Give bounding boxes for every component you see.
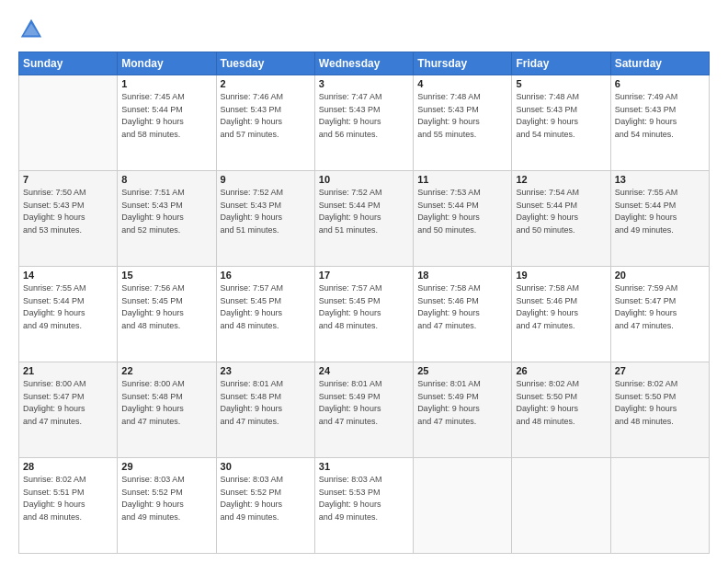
day-cell xyxy=(512,458,610,554)
day-info: Sunrise: 7:59 AMSunset: 5:47 PMDaylight:… xyxy=(615,282,705,332)
day-cell: 2Sunrise: 7:46 AMSunset: 5:43 PMDaylight… xyxy=(216,75,314,171)
day-info: Sunrise: 8:01 AMSunset: 5:49 PMDaylight:… xyxy=(417,378,507,428)
week-row-3: 14Sunrise: 7:55 AMSunset: 5:44 PMDayligh… xyxy=(19,267,710,362)
day-cell: 4Sunrise: 7:48 AMSunset: 5:43 PMDaylight… xyxy=(414,75,512,171)
day-cell: 3Sunrise: 7:47 AMSunset: 5:43 PMDaylight… xyxy=(314,75,413,171)
day-number: 21 xyxy=(23,365,113,376)
day-cell: 20Sunrise: 7:59 AMSunset: 5:47 PMDayligh… xyxy=(610,267,709,362)
day-info: Sunrise: 7:52 AMSunset: 5:43 PMDaylight:… xyxy=(221,187,311,236)
day-cell: 27Sunrise: 8:02 AMSunset: 5:50 PMDayligh… xyxy=(610,362,709,458)
day-info: Sunrise: 7:47 AMSunset: 5:43 PMDaylight:… xyxy=(319,91,409,141)
col-header-saturday: Saturday xyxy=(610,52,709,75)
day-info: Sunrise: 8:02 AMSunset: 5:51 PMDaylight:… xyxy=(23,474,113,523)
logo-icon xyxy=(18,17,44,42)
day-info: Sunrise: 8:02 AMSunset: 5:50 PMDaylight:… xyxy=(615,378,705,428)
day-cell: 28Sunrise: 8:02 AMSunset: 5:51 PMDayligh… xyxy=(19,458,118,554)
day-number: 15 xyxy=(121,270,211,281)
day-number: 4 xyxy=(417,78,507,89)
day-info: Sunrise: 7:51 AMSunset: 5:43 PMDaylight:… xyxy=(121,187,211,236)
day-info: Sunrise: 7:56 AMSunset: 5:45 PMDaylight:… xyxy=(121,282,211,332)
col-header-friday: Friday xyxy=(512,52,610,75)
day-info: Sunrise: 7:57 AMSunset: 5:45 PMDaylight:… xyxy=(221,282,311,332)
day-cell xyxy=(19,75,118,171)
day-cell: 12Sunrise: 7:54 AMSunset: 5:44 PMDayligh… xyxy=(512,171,610,267)
day-number: 12 xyxy=(516,174,606,185)
day-cell xyxy=(610,458,709,554)
day-number: 17 xyxy=(319,270,409,281)
day-info: Sunrise: 7:52 AMSunset: 5:44 PMDaylight:… xyxy=(319,187,409,236)
day-number: 1 xyxy=(121,78,211,89)
day-info: Sunrise: 7:55 AMSunset: 5:44 PMDaylight:… xyxy=(615,187,705,236)
day-info: Sunrise: 7:58 AMSunset: 5:46 PMDaylight:… xyxy=(516,282,606,332)
day-cell: 1Sunrise: 7:45 AMSunset: 5:44 PMDaylight… xyxy=(118,75,216,171)
day-cell: 11Sunrise: 7:53 AMSunset: 5:44 PMDayligh… xyxy=(414,171,512,267)
page: SundayMondayTuesdayWednesdayThursdayFrid… xyxy=(0,0,728,563)
day-number: 29 xyxy=(121,461,211,472)
day-number: 23 xyxy=(221,365,311,376)
col-header-thursday: Thursday xyxy=(414,52,512,75)
day-cell: 15Sunrise: 7:56 AMSunset: 5:45 PMDayligh… xyxy=(118,267,216,362)
calendar-table: SundayMondayTuesdayWednesdayThursdayFrid… xyxy=(18,52,710,554)
day-info: Sunrise: 7:45 AMSunset: 5:44 PMDaylight:… xyxy=(121,91,211,141)
day-info: Sunrise: 8:02 AMSunset: 5:50 PMDaylight:… xyxy=(516,378,606,428)
day-info: Sunrise: 7:53 AMSunset: 5:44 PMDaylight:… xyxy=(417,187,507,236)
logo xyxy=(18,17,48,42)
day-number: 14 xyxy=(23,270,113,281)
day-number: 28 xyxy=(23,461,113,472)
day-cell: 16Sunrise: 7:57 AMSunset: 5:45 PMDayligh… xyxy=(216,267,314,362)
col-header-monday: Monday xyxy=(118,52,216,75)
day-cell: 31Sunrise: 8:03 AMSunset: 5:53 PMDayligh… xyxy=(314,458,413,554)
day-number: 8 xyxy=(121,174,211,185)
day-info: Sunrise: 8:00 AMSunset: 5:48 PMDaylight:… xyxy=(121,378,211,428)
day-info: Sunrise: 7:48 AMSunset: 5:43 PMDaylight:… xyxy=(417,91,507,141)
day-info: Sunrise: 7:57 AMSunset: 5:45 PMDaylight:… xyxy=(319,282,409,332)
day-cell: 19Sunrise: 7:58 AMSunset: 5:46 PMDayligh… xyxy=(512,267,610,362)
day-cell: 14Sunrise: 7:55 AMSunset: 5:44 PMDayligh… xyxy=(19,267,118,362)
day-cell: 22Sunrise: 8:00 AMSunset: 5:48 PMDayligh… xyxy=(118,362,216,458)
day-number: 9 xyxy=(221,174,311,185)
day-cell: 6Sunrise: 7:49 AMSunset: 5:43 PMDaylight… xyxy=(610,75,709,171)
day-number: 30 xyxy=(221,461,311,472)
col-header-tuesday: Tuesday xyxy=(216,52,314,75)
header xyxy=(18,17,710,42)
day-cell: 13Sunrise: 7:55 AMSunset: 5:44 PMDayligh… xyxy=(610,171,709,267)
day-number: 10 xyxy=(319,174,409,185)
day-cell: 17Sunrise: 7:57 AMSunset: 5:45 PMDayligh… xyxy=(314,267,413,362)
day-info: Sunrise: 7:46 AMSunset: 5:43 PMDaylight:… xyxy=(221,91,311,141)
week-row-5: 28Sunrise: 8:02 AMSunset: 5:51 PMDayligh… xyxy=(19,458,710,554)
day-number: 3 xyxy=(319,78,409,89)
day-info: Sunrise: 7:54 AMSunset: 5:44 PMDaylight:… xyxy=(516,187,606,236)
day-number: 24 xyxy=(319,365,409,376)
day-cell: 29Sunrise: 8:03 AMSunset: 5:52 PMDayligh… xyxy=(118,458,216,554)
day-number: 26 xyxy=(516,365,606,376)
day-info: Sunrise: 7:50 AMSunset: 5:43 PMDaylight:… xyxy=(23,187,113,236)
day-info: Sunrise: 8:03 AMSunset: 5:52 PMDaylight:… xyxy=(221,474,311,523)
week-row-1: 1Sunrise: 7:45 AMSunset: 5:44 PMDaylight… xyxy=(19,75,710,171)
day-cell: 9Sunrise: 7:52 AMSunset: 5:43 PMDaylight… xyxy=(216,171,314,267)
day-number: 13 xyxy=(615,174,705,185)
day-cell xyxy=(414,458,512,554)
day-cell: 25Sunrise: 8:01 AMSunset: 5:49 PMDayligh… xyxy=(414,362,512,458)
day-number: 2 xyxy=(221,78,311,89)
day-cell: 18Sunrise: 7:58 AMSunset: 5:46 PMDayligh… xyxy=(414,267,512,362)
day-number: 19 xyxy=(516,270,606,281)
day-info: Sunrise: 8:01 AMSunset: 5:49 PMDaylight:… xyxy=(319,378,409,428)
day-number: 22 xyxy=(121,365,211,376)
day-cell: 23Sunrise: 8:01 AMSunset: 5:48 PMDayligh… xyxy=(216,362,314,458)
day-number: 16 xyxy=(221,270,311,281)
week-row-2: 7Sunrise: 7:50 AMSunset: 5:43 PMDaylight… xyxy=(19,171,710,267)
day-cell: 30Sunrise: 8:03 AMSunset: 5:52 PMDayligh… xyxy=(216,458,314,554)
day-info: Sunrise: 8:00 AMSunset: 5:47 PMDaylight:… xyxy=(23,378,113,428)
day-info: Sunrise: 7:49 AMSunset: 5:43 PMDaylight:… xyxy=(615,91,705,141)
day-info: Sunrise: 8:03 AMSunset: 5:52 PMDaylight:… xyxy=(121,474,211,523)
day-cell: 7Sunrise: 7:50 AMSunset: 5:43 PMDaylight… xyxy=(19,171,118,267)
day-number: 25 xyxy=(417,365,507,376)
col-header-wednesday: Wednesday xyxy=(314,52,413,75)
day-cell: 5Sunrise: 7:48 AMSunset: 5:43 PMDaylight… xyxy=(512,75,610,171)
day-number: 11 xyxy=(417,174,507,185)
week-row-4: 21Sunrise: 8:00 AMSunset: 5:47 PMDayligh… xyxy=(19,362,710,458)
day-info: Sunrise: 8:03 AMSunset: 5:53 PMDaylight:… xyxy=(319,474,409,523)
day-info: Sunrise: 8:01 AMSunset: 5:48 PMDaylight:… xyxy=(221,378,311,428)
day-info: Sunrise: 7:58 AMSunset: 5:46 PMDaylight:… xyxy=(417,282,507,332)
day-cell: 10Sunrise: 7:52 AMSunset: 5:44 PMDayligh… xyxy=(314,171,413,267)
